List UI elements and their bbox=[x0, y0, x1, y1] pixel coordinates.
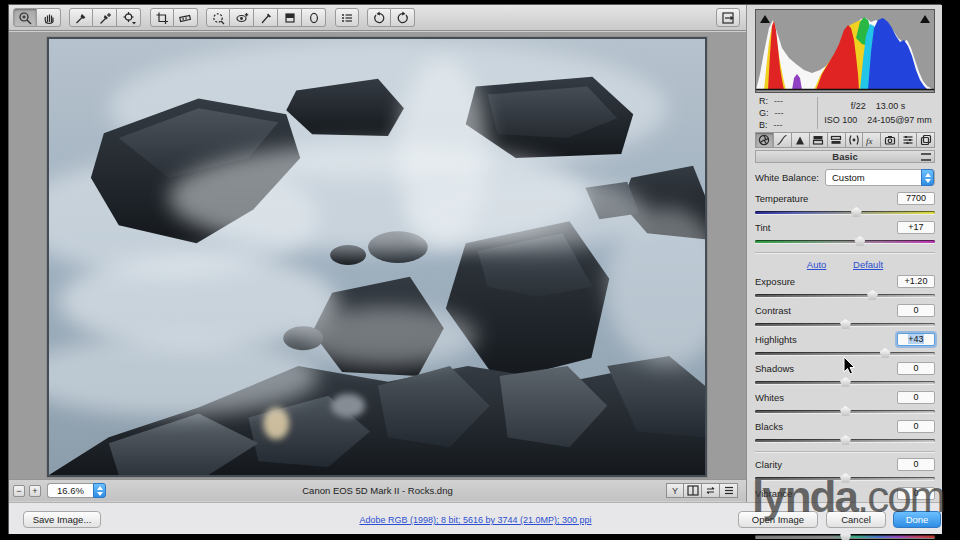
preferences-icon[interactable] bbox=[335, 8, 359, 27]
fullscreen-toggle-icon[interactable] bbox=[716, 8, 740, 27]
tab-split-toning[interactable] bbox=[828, 132, 846, 148]
lens-label: 24-105@97 mm bbox=[867, 115, 932, 125]
preview-canvas bbox=[9, 32, 746, 479]
vibrance-value-field[interactable]: 0 bbox=[897, 487, 935, 500]
slider-label: Temperature bbox=[755, 193, 808, 204]
clarity-slider[interactable] bbox=[755, 473, 935, 484]
white-balance-select[interactable]: Custom bbox=[825, 169, 935, 186]
temperature-value-field[interactable]: 7700 bbox=[897, 192, 935, 205]
g-value: --- bbox=[775, 107, 784, 119]
graduated-filter-tool-icon[interactable] bbox=[278, 8, 302, 27]
tab-detail[interactable] bbox=[792, 132, 810, 148]
panel-tabs: fx bbox=[755, 132, 935, 148]
r-value: --- bbox=[774, 95, 783, 107]
highlights-slider[interactable] bbox=[755, 348, 935, 359]
tab-tone-curve[interactable] bbox=[774, 132, 792, 148]
auto-link[interactable]: Auto bbox=[807, 259, 827, 270]
straighten-tool-icon[interactable] bbox=[174, 8, 198, 27]
shadows-slider[interactable] bbox=[755, 377, 935, 388]
open-image-button[interactable]: Open Image bbox=[738, 511, 818, 528]
tint-slider-row: Tint+17 bbox=[755, 221, 935, 247]
iso-label: ISO 100 bbox=[824, 115, 857, 125]
tab-effects[interactable]: fx bbox=[863, 132, 881, 148]
whites-slider-row: Whites0 bbox=[755, 391, 935, 417]
tint-value-field[interactable]: +17 bbox=[897, 221, 935, 234]
tab-snapshots[interactable] bbox=[917, 132, 935, 148]
temperature-slider-row: Temperature7700 bbox=[755, 192, 935, 218]
shadows-value-field[interactable]: 0 bbox=[897, 362, 935, 375]
aperture-label: f/22 bbox=[851, 101, 866, 111]
rotate-right-icon[interactable] bbox=[391, 8, 415, 27]
cycle-preview-button[interactable]: Y bbox=[666, 483, 684, 498]
panel-menu-icon[interactable] bbox=[921, 153, 931, 161]
slider-label: Shadows bbox=[755, 363, 794, 374]
slider-label: Highlights bbox=[755, 334, 797, 345]
zoom-level-select[interactable]: 16.6% bbox=[47, 483, 93, 498]
blacks-value-field[interactable]: 0 bbox=[897, 420, 935, 433]
photo-preview[interactable] bbox=[47, 37, 707, 477]
adjustment-brush-tool-icon[interactable] bbox=[254, 8, 278, 27]
clarity-value-field[interactable]: 0 bbox=[897, 458, 935, 471]
rotate-left-icon[interactable] bbox=[367, 8, 391, 27]
temperature-slider[interactable] bbox=[755, 207, 935, 218]
slider-label: Clarity bbox=[755, 459, 782, 470]
dialog-footer: Save Image... Adobe RGB (1998); 8 bit; 5… bbox=[9, 502, 942, 534]
highlight-clipping-toggle-icon[interactable] bbox=[918, 12, 932, 24]
color-sampler-tool-icon[interactable] bbox=[93, 8, 117, 27]
zoom-stepper-icon[interactable] bbox=[93, 483, 106, 498]
exposure-slider[interactable] bbox=[755, 290, 935, 301]
white-balance-tool-icon[interactable] bbox=[69, 8, 93, 27]
camera-raw-dialog: − + 16.6% Canon EOS 5D Mark II - Rocks.d… bbox=[8, 4, 941, 534]
slider-label: Whites bbox=[755, 392, 784, 403]
slider-label: Vibrance bbox=[755, 488, 792, 499]
swap-before-after-icon[interactable] bbox=[702, 483, 720, 498]
status-bar: − + 16.6% Canon EOS 5D Mark II - Rocks.d… bbox=[9, 479, 746, 501]
zoom-out-button[interactable]: − bbox=[13, 485, 25, 497]
red-eye-removal-tool-icon[interactable] bbox=[230, 8, 254, 27]
crop-tool-icon[interactable] bbox=[150, 8, 174, 27]
exposure-value-field[interactable]: +1.20 bbox=[897, 275, 935, 288]
b-value: --- bbox=[774, 119, 783, 131]
zoom-tool-icon[interactable] bbox=[13, 8, 37, 27]
blacks-slider[interactable] bbox=[755, 435, 935, 446]
default-link[interactable]: Default bbox=[853, 259, 883, 270]
shadow-clipping-toggle-icon[interactable] bbox=[758, 12, 772, 24]
highlights-value-field[interactable]: +43 bbox=[897, 333, 935, 346]
clarity-slider-row: Clarity0 bbox=[755, 458, 935, 484]
panel-header: Basic bbox=[755, 150, 935, 163]
white-balance-label: White Balance: bbox=[755, 172, 825, 183]
toolbar bbox=[9, 5, 746, 31]
tab-camera-calibration[interactable] bbox=[881, 132, 899, 148]
whites-slider[interactable] bbox=[755, 406, 935, 417]
tab-hsl-grayscale[interactable] bbox=[810, 132, 828, 148]
highlights-slider-row: Highlights+43 bbox=[755, 333, 935, 359]
zoom-in-button[interactable]: + bbox=[29, 485, 41, 497]
hand-tool-icon[interactable] bbox=[37, 8, 61, 27]
dropdown-stepper-icon bbox=[921, 169, 934, 186]
targeted-adjustment-tool-icon[interactable] bbox=[117, 8, 141, 27]
shutter-label: 13.00 s bbox=[876, 101, 906, 111]
image-info: R:--- G:--- B:--- f/2213.00 s ISO 10024-… bbox=[755, 95, 935, 131]
tint-slider[interactable] bbox=[755, 236, 935, 247]
slider-label: Blacks bbox=[755, 421, 783, 432]
spot-removal-tool-icon[interactable] bbox=[206, 8, 230, 27]
tab-basic[interactable] bbox=[755, 132, 774, 148]
workflow-options-link[interactable]: Adobe RGB (1998); 8 bit; 5616 by 3744 (2… bbox=[359, 515, 591, 525]
split-preview-icon[interactable] bbox=[684, 483, 702, 498]
contrast-slider[interactable] bbox=[755, 319, 935, 330]
whites-value-field[interactable]: 0 bbox=[897, 391, 935, 404]
contrast-value-field[interactable]: 0 bbox=[897, 304, 935, 317]
preview-preferences-icon[interactable] bbox=[720, 483, 738, 498]
exposure-slider-row: Exposure+1.20 bbox=[755, 275, 935, 301]
tab-lens-corrections[interactable] bbox=[846, 132, 864, 148]
shadows-slider-row: Shadows0 bbox=[755, 362, 935, 388]
histogram bbox=[755, 9, 935, 93]
filename-label: Canon EOS 5D Mark II - Rocks.dng bbox=[9, 485, 746, 496]
radial-filter-tool-icon[interactable] bbox=[302, 8, 326, 27]
r-label: R: bbox=[759, 96, 768, 106]
tab-presets[interactable] bbox=[899, 132, 917, 148]
svg-text:fx: fx bbox=[866, 136, 873, 146]
done-button[interactable]: Done bbox=[893, 511, 941, 528]
slider-label: Contrast bbox=[755, 305, 791, 316]
cancel-button[interactable]: Cancel bbox=[826, 511, 886, 528]
